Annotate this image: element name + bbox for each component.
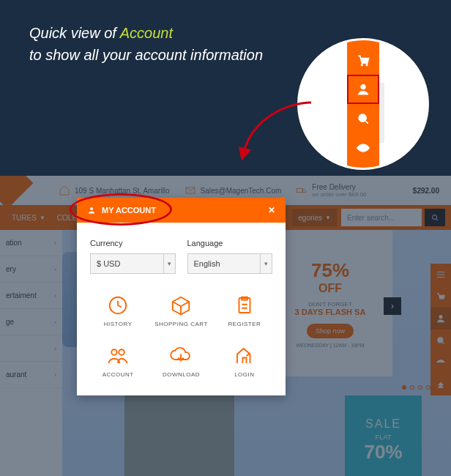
tile-login[interactable]: LOGIN — [217, 345, 272, 378]
history-icon — [107, 294, 129, 316]
search-input[interactable]: Enter search... — [341, 209, 422, 226]
tile-account[interactable]: ACCOUNT — [90, 345, 146, 378]
address-item: 109 S Manhattan St, Amarillo — [59, 185, 170, 196]
account-modal: MY ACCOUNT ✕ Currency $ USD ▾ Language E… — [77, 198, 286, 395]
vbar-menu-icon[interactable] — [430, 264, 451, 286]
currency-select[interactable]: $ USD ▾ — [90, 253, 176, 274]
tile-label: ACCOUNT — [102, 371, 134, 378]
shipping-label: Free Delivery — [312, 183, 366, 191]
svg-point-9 — [438, 338, 443, 343]
language-label: Language — [187, 239, 223, 248]
user-icon[interactable] — [347, 75, 379, 104]
slider-dots[interactable] — [402, 385, 430, 390]
caption-pre: Quick view of — [29, 25, 120, 41]
promo-card: 75% OFF DON'T FORGET 3 DAYS FLASH SA Sho… — [268, 230, 392, 376]
shop-now-button[interactable]: Shop now — [307, 324, 354, 338]
banner-sale[interactable]: SALE FLAT 70% — [345, 395, 422, 476]
svg-point-1 — [366, 64, 368, 66]
corner-badge — [0, 176, 33, 205]
svg-point-7 — [433, 215, 437, 220]
tile-register[interactable]: REGISTER — [217, 294, 272, 327]
mail-icon — [184, 185, 196, 196]
caption-post: to show all your account information — [29, 47, 263, 63]
download-icon — [170, 345, 192, 367]
truck-icon — [296, 185, 308, 196]
shipping-note: on order over $89.00 — [312, 191, 366, 198]
promo-caption: Quick view of Account to show all your a… — [29, 22, 263, 66]
tile-download[interactable]: DOWNLOAD — [153, 345, 209, 378]
tile-label: LOGIN — [234, 371, 254, 378]
currency-value: $ USD — [97, 259, 120, 268]
tile-label: DOWNLOAD — [163, 371, 200, 378]
search-button[interactable] — [425, 209, 445, 226]
promo-days: 3 DAYS FLASH SA — [268, 308, 392, 316]
nav-categories[interactable]: egories ▼ — [292, 209, 337, 226]
address-text: 109 S Manhattan St, Amarillo — [75, 187, 170, 195]
tiles-grid: HISTORY SHOPPING CART REGISTER ACCOUNT D… — [90, 294, 272, 378]
promo-pct: 75% — [268, 259, 392, 282]
language-value: English — [194, 259, 220, 268]
cart-icon[interactable] — [347, 45, 379, 75]
vbar-search-icon[interactable] — [430, 330, 451, 352]
modal-title: MY ACCOUNT — [102, 206, 156, 215]
search-icon[interactable] — [347, 104, 379, 133]
login-icon — [234, 345, 256, 367]
vertical-bar — [430, 264, 451, 395]
promo-small: DON'T FORGET — [268, 301, 392, 308]
cat-item[interactable]: aurant› — [0, 362, 62, 388]
svg-point-2 — [361, 84, 366, 89]
tile-cart[interactable]: SHOPPING CART — [153, 294, 209, 327]
promo-off: OFF — [268, 282, 392, 295]
vbar-top-icon[interactable] — [430, 373, 451, 395]
language-select[interactable]: English ▾ — [187, 253, 273, 274]
users-icon — [107, 345, 129, 367]
user-icon — [87, 206, 96, 215]
chevron-down-icon: ▾ — [163, 254, 175, 273]
tile-label: REGISTER — [228, 321, 261, 327]
home-icon — [59, 185, 70, 196]
box-icon — [170, 294, 192, 316]
vbar-user-icon[interactable] — [430, 308, 451, 330]
sale-pct: 70% — [345, 441, 422, 464]
tile-label: HISTORY — [104, 321, 133, 327]
svg-rect-6 — [297, 188, 303, 192]
menu-icon[interactable] — [347, 38, 379, 45]
vbar-eye-icon[interactable] — [430, 352, 451, 373]
tile-label: SHOPPING CART — [154, 321, 208, 327]
email-text: Sales@MagenTech.Com — [201, 187, 282, 195]
tile-history[interactable]: HISTORY — [90, 294, 146, 327]
svg-point-4 — [362, 146, 364, 149]
vbar-cart-icon[interactable] — [430, 286, 451, 308]
svg-point-3 — [359, 114, 366, 122]
cat-item[interactable]: › — [0, 335, 62, 362]
cat-item[interactable]: ge› — [0, 309, 62, 335]
modal-header: MY ACCOUNT ✕ — [77, 198, 286, 223]
cat-item[interactable]: ation› — [0, 230, 62, 256]
caption-highlight: Account — [120, 25, 173, 41]
callout-arrow — [238, 95, 318, 161]
chevron-down-icon: ▾ — [260, 254, 272, 273]
shipping-item: Free Delivery on order over $89.00 — [296, 183, 366, 198]
currency-label: Currency — [90, 239, 123, 248]
svg-point-14 — [119, 349, 124, 355]
svg-point-10 — [90, 207, 93, 210]
clipboard-icon — [234, 294, 256, 316]
sale-flat: FLAT — [345, 434, 422, 441]
scroll-top-icon[interactable] — [347, 163, 379, 170]
svg-point-13 — [111, 349, 117, 355]
promo-time: WEDNESDAY | 12AM - 18PM — [268, 343, 392, 348]
svg-point-0 — [361, 64, 363, 66]
topbar-price: $292.00 — [413, 187, 451, 195]
nav-tures[interactable]: TURES▼ — [6, 214, 51, 222]
svg-point-8 — [439, 315, 443, 319]
sale-text: SALE — [345, 417, 422, 431]
close-icon[interactable]: ✕ — [268, 205, 275, 215]
cat-item[interactable]: ertaiment› — [0, 283, 62, 309]
email-item: Sales@MagenTech.Com — [184, 185, 282, 196]
banner-left[interactable] — [124, 395, 234, 476]
next-slide-button[interactable]: › — [384, 297, 401, 315]
zoom-sidebar — [347, 38, 379, 170]
category-sidebar: ation› ery› ertaiment› ge› › aurant› — [0, 230, 62, 476]
cat-item[interactable]: ery› — [0, 256, 62, 283]
eye-icon[interactable] — [347, 133, 379, 163]
